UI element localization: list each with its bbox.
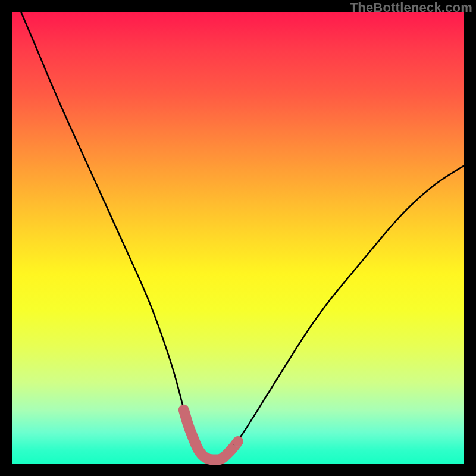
bottleneck-curve bbox=[21, 12, 464, 459]
plot-area bbox=[12, 12, 464, 464]
chart-frame: TheBottleneck.com bbox=[0, 0, 476, 476]
optimal-zone-highlight bbox=[184, 410, 238, 460]
curve-layer bbox=[12, 12, 464, 464]
